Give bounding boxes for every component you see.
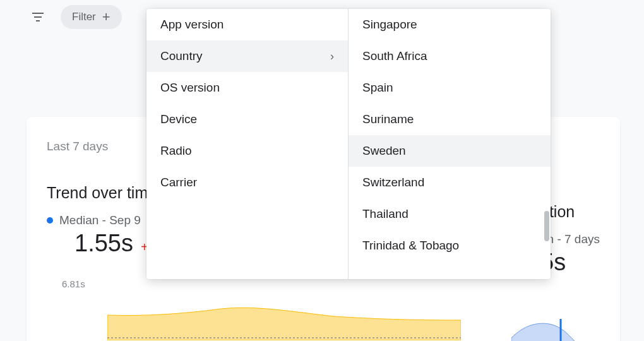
filter-country-label: Suriname: [362, 112, 414, 126]
filter-country-item[interactable]: Sweden: [349, 135, 551, 167]
filter-category-label: App version: [160, 18, 224, 32]
chevron-right-icon: ›: [330, 50, 334, 63]
filter-country-list: SingaporeSouth AfricaSpainSurinameSweden…: [349, 9, 551, 279]
filter-category-label: Country: [160, 49, 203, 63]
filter-category-item[interactable]: Carrier: [146, 167, 348, 198]
filter-category-list: App versionCountry›OS versionDeviceRadio…: [146, 9, 349, 279]
filter-category-item[interactable]: Device: [146, 104, 348, 135]
series-dot-icon: [47, 217, 53, 224]
filter-country-label: Trinidad & Tobago: [362, 239, 459, 253]
filter-category-label: Device: [160, 112, 197, 126]
filter-country-label: Thailand: [362, 207, 408, 221]
filter-category-label: Carrier: [160, 176, 197, 189]
filter-country-label: South Africa: [362, 49, 427, 63]
filter-country-label: Switzerland: [362, 176, 424, 189]
filter-country-item[interactable]: Singapore: [349, 9, 551, 40]
filter-chip-label: Filter: [72, 11, 96, 23]
filter-category-item[interactable]: Country›: [146, 40, 348, 72]
filter-category-item[interactable]: App version: [146, 9, 348, 40]
trend-area-chart: [107, 302, 461, 340]
filter-country-label: Spain: [362, 81, 393, 95]
chart-y-axis-label: 6.81s: [47, 278, 600, 289]
filter-country-label: Sweden: [362, 144, 406, 158]
filter-country-item[interactable]: Trinidad & Tobago: [349, 230, 551, 261]
filter-country-item[interactable]: South Africa: [349, 40, 551, 72]
filter-dropdown-panel: App versionCountry›OS versionDeviceRadio…: [146, 9, 551, 279]
filter-country-item[interactable]: Switzerland: [349, 167, 551, 198]
filter-icon[interactable]: [30, 9, 45, 25]
filter-category-item[interactable]: OS version: [146, 72, 348, 104]
plus-icon: +: [102, 10, 110, 24]
distribution-chart-fragment: [511, 319, 575, 341]
add-filter-chip[interactable]: Filter +: [61, 5, 122, 29]
filter-category-item[interactable]: Radio: [146, 135, 348, 167]
filter-category-label: OS version: [160, 81, 220, 95]
filter-country-item[interactable]: Suriname: [349, 104, 551, 135]
scrollbar-thumb[interactable]: [544, 211, 549, 241]
metric-value: 1.55s: [75, 230, 133, 257]
filter-country-label: Singapore: [362, 18, 417, 32]
filter-country-item[interactable]: Spain: [349, 72, 551, 104]
filter-category-label: Radio: [160, 144, 192, 158]
metric-label: Median - Sep 9: [59, 213, 141, 227]
filter-country-item[interactable]: Thailand: [349, 198, 551, 230]
